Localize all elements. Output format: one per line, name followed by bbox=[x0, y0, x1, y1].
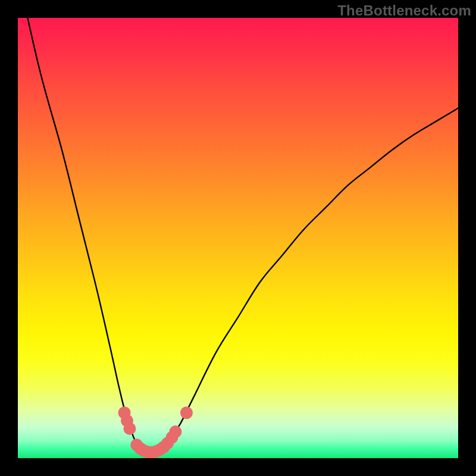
chart-frame: TheBottleneck.com bbox=[0, 0, 476, 476]
curve-layer bbox=[18, 18, 458, 458]
data-point bbox=[123, 422, 136, 435]
data-point bbox=[180, 406, 193, 419]
data-point bbox=[169, 425, 181, 438]
watermark-text: TheBottleneck.com bbox=[337, 2, 471, 19]
plot-area bbox=[18, 18, 458, 458]
data-markers bbox=[118, 406, 193, 458]
bottleneck-curve bbox=[18, 18, 458, 453]
